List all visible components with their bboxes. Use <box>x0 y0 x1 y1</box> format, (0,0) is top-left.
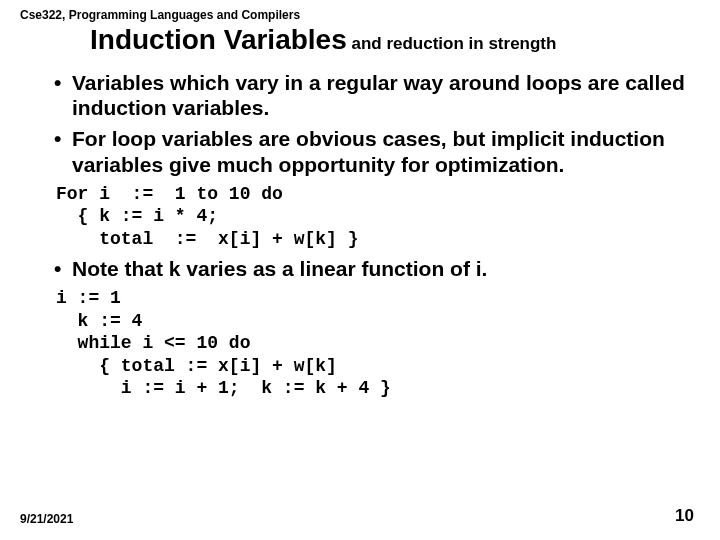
title-sub: and reduction in strength <box>347 34 557 53</box>
code-block-1: For i := 1 to 10 do { k := i * 4; total … <box>56 183 700 251</box>
bullet-item: For loop variables are obvious cases, bu… <box>54 126 700 176</box>
slide-title: Induction Variables and reduction in str… <box>20 24 700 56</box>
footer-date: 9/21/2021 <box>20 512 73 526</box>
code-block-2: i := 1 k := 4 while i <= 10 do { total :… <box>56 287 700 400</box>
bullet-item: Variables which vary in a regular way ar… <box>54 70 700 120</box>
footer-page-number: 10 <box>675 506 694 526</box>
bullet-list-mid: Note that k varies as a linear function … <box>20 256 700 281</box>
bullet-list-top: Variables which vary in a regular way ar… <box>20 70 700 177</box>
course-header: Cse322, Programming Languages and Compil… <box>20 8 700 22</box>
title-main: Induction Variables <box>90 24 347 55</box>
bullet-item: Note that k varies as a linear function … <box>54 256 700 281</box>
slide: Cse322, Programming Languages and Compil… <box>0 0 720 540</box>
